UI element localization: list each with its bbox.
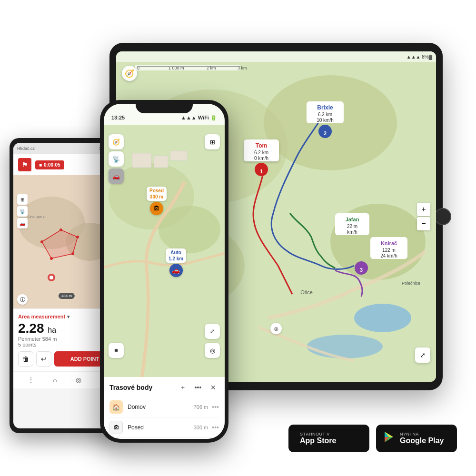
list-item-domov[interactable]: 🏠 Domov 706 m ••• [109,397,219,417]
domov-icon: 🏠 [109,400,123,414]
svg-text:122 m: 122 m [382,248,396,253]
svg-text:Brixie: Brixie [317,104,333,111]
svg-text:10 km/h: 10 km/h [317,118,334,123]
store-buttons: Stáhnout v App Store NYNí NA Google Play [288,425,457,452]
iphone-sheet-add[interactable]: + [177,382,188,393]
svg-point-4 [354,304,411,332]
tablet-zoom-out[interactable]: − [417,217,430,230]
iphone-bottom-sheet: Trasové body + ••• ✕ 🏠 Domov 706 m ••• 🏚 [104,377,225,439]
svg-point-44 [50,257,53,260]
iphone-screen: 13:25 ▲▲▲ WiFi 🔋 [104,104,225,439]
svg-rect-52 [154,156,168,168]
svg-rect-51 [132,153,151,168]
googleplay-big-text: Google Play [400,436,444,445]
svg-point-41 [60,228,62,231]
svg-text:2: 2 [324,130,327,136]
svg-text:Knirač: Knirač [381,240,397,246]
iphone-map: 🧭 📡 🚗 ⊞ Posed300 m 🏚 Auto1.2 km 🚗 [104,125,225,377]
tablet-gps-dot[interactable]: ◎ [270,323,282,334]
iphone-auto-icon: 🚗 [169,264,183,277]
iphone-sidebar: 🧭 📡 🚗 [109,134,124,184]
svg-text:Polečnice: Polečnice [402,281,420,286]
iphone-menu-btn[interactable]: ≡ [109,343,124,358]
googleplay-text: NYNí NA Google Play [400,432,444,445]
svg-rect-8 [135,65,240,70]
iphone-posed-pin: Posed300 m 🏚 [147,187,167,215]
svg-text:0 km/h: 0 km/h [254,156,268,161]
iphone-sheet-actions: + ••• ✕ [177,382,219,393]
android-flag-icon: ⚑ [18,158,31,171]
svg-rect-53 [170,151,187,160]
iphone-time: 13:25 [111,115,125,120]
googleplay-button[interactable]: NYNí NA Google Play [376,425,457,452]
android-area-unit: ha [48,326,56,334]
scene: ▲▲▲ 8%▓ Otice Polečnice [10,14,466,462]
iphone-auto-pin: Auto1.2 km 🚗 [166,248,186,277]
svg-text:3: 3 [360,267,363,273]
iphone-device: 13:25 ▲▲▲ WiFi 🔋 [100,100,228,443]
android-info-btn[interactable]: ⓘ [17,294,28,305]
android-undo-btn[interactable]: ↩ [36,351,51,367]
iphone-auto-label: Auto1.2 km [166,248,186,263]
list-item-posed[interactable]: 🏚 Posed 300 m ••• [109,417,219,438]
appstore-button[interactable]: Stáhnout v App Store [288,425,369,452]
iphone-status-icons: ▲▲▲ WiFi 🔋 [181,115,217,121]
iphone-signal-btn[interactable]: 📡 [109,151,124,167]
android-sidebar: ⊞ 📡 🚗 [17,194,28,228]
android-app-name: Hlídač.cz [17,146,35,151]
android-distance-badge: 484 m [59,293,75,299]
panel-title-text: Area measurement [18,314,65,319]
android-stop-button[interactable]: ■ 0:00:05 [35,160,64,169]
tablet-zoom-in[interactable]: + [417,203,430,216]
domov-more[interactable]: ••• [212,403,219,411]
posed-more[interactable]: ••• [212,424,219,431]
svg-point-42 [76,236,79,238]
stop-icon: ■ [39,162,42,168]
svg-point-5 [307,335,383,358]
iphone-sheet-close[interactable]: ✕ [208,382,219,393]
android-home-nav-icon[interactable]: ⌂ [53,376,57,384]
android-location-btn[interactable]: 🚗 [17,218,28,228]
svg-text:6.2 km: 6.2 km [254,150,268,155]
domov-name: Domov [128,404,194,410]
googleplay-icon [383,431,395,446]
appstore-text: Stáhnout v App Store [300,432,336,445]
svg-point-43 [71,252,74,255]
iphone-sheet-title: Trasové body [109,384,152,391]
svg-text:km/h: km/h [347,229,357,235]
iphone-posed-label: Posed300 m [147,187,167,201]
domov-dist: 706 m [194,404,208,410]
android-layers-btn[interactable]: ⊞ [17,194,28,205]
iphone-compass-btn[interactable]: 🧭 [109,134,124,149]
tablet-home-button[interactable] [434,208,451,225]
android-trash-btn[interactable]: 🗑 [18,351,33,367]
android-timer: 0:00:05 [44,162,60,168]
tablet-status-text: ▲▲▲ 8%▓ [407,54,432,60]
panel-dropdown-icon[interactable]: ▾ [67,314,69,319]
svg-text:6.2 km: 6.2 km [318,112,332,117]
svg-text:1: 1 [260,169,263,174]
iphone-sheet-more[interactable]: ••• [192,382,204,393]
googleplay-small-text: NYNí NA [400,432,444,436]
posed-dist: 300 m [194,425,208,430]
tablet-compass[interactable]: 🧭 [122,66,137,81]
posed-icon: 🏚 [109,421,123,434]
tablet-zoom-group: + − [417,203,430,230]
posed-name: Posed [128,424,194,431]
iphone-layer-btn[interactable]: ⊞ [205,134,220,149]
svg-text:Otice: Otice [300,289,313,295]
iphone-expand-btn[interactable]: ⤢ [205,324,220,339]
svg-text:Chalupa U: Chalupa U [28,215,46,219]
iphone-gps-btn[interactable]: ◎ [205,343,220,358]
android-signal-btn[interactable]: 📡 [17,206,28,217]
svg-point-46 [50,276,53,279]
android-menu-icon[interactable]: ⋮ [28,376,34,384]
tablet-expand[interactable]: ⤢ [415,347,430,363]
android-target-icon[interactable]: ◎ [76,376,81,384]
list-item-krmelec[interactable]: 🦌 Krmelec 1.2 km ••• [109,438,219,439]
svg-text:22 m: 22 m [347,224,357,229]
appstore-small-text: Stáhnout v [300,432,336,436]
iphone-posed-icon: 🏚 [150,202,163,215]
iphone-car-btn[interactable]: 🚗 [109,169,124,184]
appstore-big-text: App Store [300,436,336,445]
